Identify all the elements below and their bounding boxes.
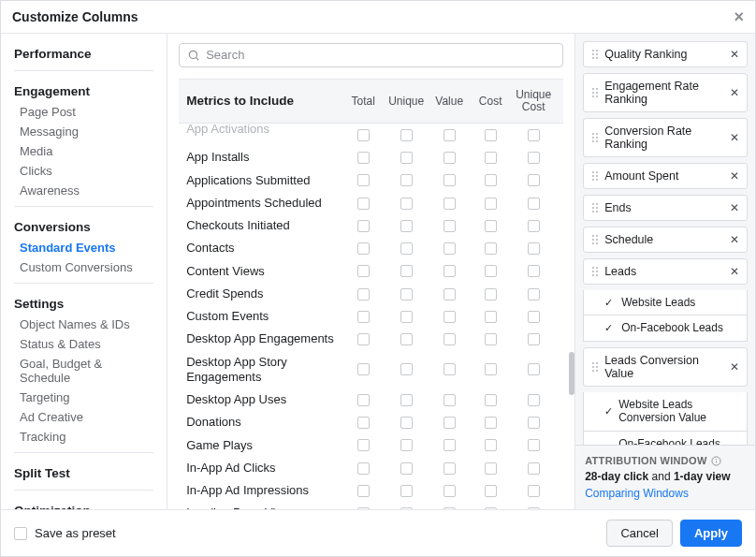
metric-checkbox[interactable] [443, 363, 456, 375]
remove-column-icon[interactable]: ✕ [730, 169, 739, 183]
remove-column-icon[interactable]: ✕ [730, 86, 739, 99]
metric-checkbox[interactable] [528, 198, 540, 210]
metric-checkbox[interactable] [400, 288, 413, 300]
metric-checkbox[interactable] [443, 462, 456, 475]
metric-checkbox[interactable] [485, 394, 497, 406]
nav-item-clicks[interactable]: Clicks [14, 161, 153, 181]
metric-checkbox[interactable] [357, 394, 370, 406]
metric-checkbox[interactable] [400, 174, 413, 186]
metric-checkbox[interactable] [400, 485, 413, 497]
metric-checkbox[interactable] [528, 174, 540, 186]
nav-section-optimization[interactable]: Optimization [14, 500, 153, 509]
metric-checkbox[interactable] [400, 265, 413, 277]
metric-checkbox[interactable] [528, 152, 540, 164]
metric-checkbox[interactable] [443, 333, 456, 345]
metric-checkbox[interactable] [485, 417, 497, 429]
metric-checkbox[interactable] [400, 333, 413, 345]
metric-checkbox[interactable] [400, 311, 413, 323]
metric-checkbox[interactable] [485, 265, 497, 277]
metric-checkbox[interactable] [485, 174, 497, 186]
metric-checkbox[interactable] [400, 242, 413, 255]
metric-checkbox[interactable] [485, 129, 497, 141]
nav-section-performance[interactable]: Performance [14, 43, 153, 65]
metric-checkbox[interactable] [443, 311, 456, 323]
drag-handle[interactable] [591, 234, 599, 245]
drag-handle[interactable] [591, 202, 599, 213]
selected-subcolumn[interactable]: ✓Website Leads Conversion Value [583, 392, 748, 432]
metric-checkbox[interactable] [400, 394, 413, 406]
metric-checkbox[interactable] [357, 129, 370, 141]
metric-checkbox[interactable] [357, 198, 370, 210]
metric-checkbox[interactable] [485, 333, 497, 345]
drag-handle[interactable] [591, 361, 599, 373]
metric-checkbox[interactable] [485, 507, 497, 509]
cancel-button[interactable]: Cancel [606, 520, 672, 547]
selected-column[interactable]: Ends✕ [583, 195, 748, 221]
metric-checkbox[interactable] [357, 220, 370, 232]
metric-checkbox[interactable] [528, 311, 540, 323]
nav-item-status-dates[interactable]: Status & Dates [14, 334, 153, 354]
metric-checkbox[interactable] [357, 174, 370, 186]
metric-checkbox[interactable] [443, 198, 456, 210]
nav-section-split-test[interactable]: Split Test [14, 462, 153, 484]
drag-handle[interactable] [591, 49, 599, 60]
metric-checkbox[interactable] [443, 439, 456, 451]
metric-checkbox[interactable] [443, 220, 456, 232]
metric-checkbox[interactable] [443, 242, 456, 255]
metric-checkbox[interactable] [528, 363, 540, 375]
nav-item-page-post[interactable]: Page Post [14, 102, 153, 122]
remove-column-icon[interactable]: ✕ [730, 360, 739, 374]
nav-item-awareness[interactable]: Awareness [14, 181, 153, 200]
metric-checkbox[interactable] [485, 439, 497, 451]
metric-checkbox[interactable] [485, 198, 497, 210]
metric-checkbox[interactable] [357, 485, 370, 497]
metric-checkbox[interactable] [443, 152, 456, 164]
comparing-windows-link[interactable]: Comparing Windows [585, 487, 746, 500]
save-preset-toggle[interactable]: Save as preset [14, 526, 116, 540]
metric-checkbox[interactable] [485, 220, 497, 232]
selected-column[interactable]: Schedule✕ [583, 227, 748, 253]
metric-checkbox[interactable] [443, 394, 456, 406]
nav-item-targeting[interactable]: Targeting [14, 388, 153, 407]
metric-checkbox[interactable] [485, 462, 497, 475]
metric-checkbox[interactable] [485, 485, 497, 497]
nav-section-settings[interactable]: Settings [14, 293, 153, 315]
metric-checkbox[interactable] [357, 439, 370, 451]
metric-checkbox[interactable] [357, 417, 370, 429]
metric-checkbox[interactable] [528, 485, 540, 497]
metric-checkbox[interactable] [443, 485, 456, 497]
metric-checkbox[interactable] [528, 417, 540, 429]
remove-column-icon[interactable]: ✕ [730, 131, 739, 144]
metric-checkbox[interactable] [528, 507, 540, 509]
search-input[interactable] [206, 48, 555, 62]
selected-column[interactable]: Quality Ranking✕ [583, 41, 748, 67]
metric-checkbox[interactable] [528, 394, 540, 406]
selected-column[interactable]: Amount Spent✕ [583, 163, 748, 189]
metric-checkbox[interactable] [485, 311, 497, 323]
remove-column-icon[interactable]: ✕ [730, 233, 739, 246]
metric-checkbox[interactable] [400, 363, 413, 375]
metric-checkbox[interactable] [528, 288, 540, 300]
drag-handle[interactable] [591, 170, 599, 182]
drag-handle[interactable] [591, 266, 599, 277]
metric-checkbox[interactable] [400, 439, 413, 451]
selected-column[interactable]: Conversion Rate Ranking✕ [583, 118, 748, 157]
drag-handle[interactable] [591, 132, 599, 143]
nav-item-ad-creative[interactable]: Ad Creative [14, 407, 153, 427]
nav-item-object-names-ids[interactable]: Object Names & IDs [14, 315, 153, 334]
metric-checkbox[interactable] [357, 288, 370, 300]
remove-column-icon[interactable]: ✕ [730, 201, 739, 214]
metric-checkbox[interactable] [485, 242, 497, 255]
apply-button[interactable]: Apply [680, 520, 742, 547]
scrollbar-thumb[interactable] [569, 352, 574, 395]
metric-checkbox[interactable] [443, 288, 456, 300]
metric-checkbox[interactable] [400, 507, 413, 509]
close-icon[interactable]: × [734, 8, 744, 25]
remove-column-icon[interactable]: ✕ [730, 265, 739, 278]
metric-checkbox[interactable] [357, 507, 370, 509]
metric-checkbox[interactable] [485, 288, 497, 300]
nav-item-standard-events[interactable]: Standard Events [14, 238, 153, 257]
metric-checkbox[interactable] [528, 439, 540, 451]
search-input-wrapper[interactable] [179, 43, 563, 67]
metric-checkbox[interactable] [357, 242, 370, 255]
